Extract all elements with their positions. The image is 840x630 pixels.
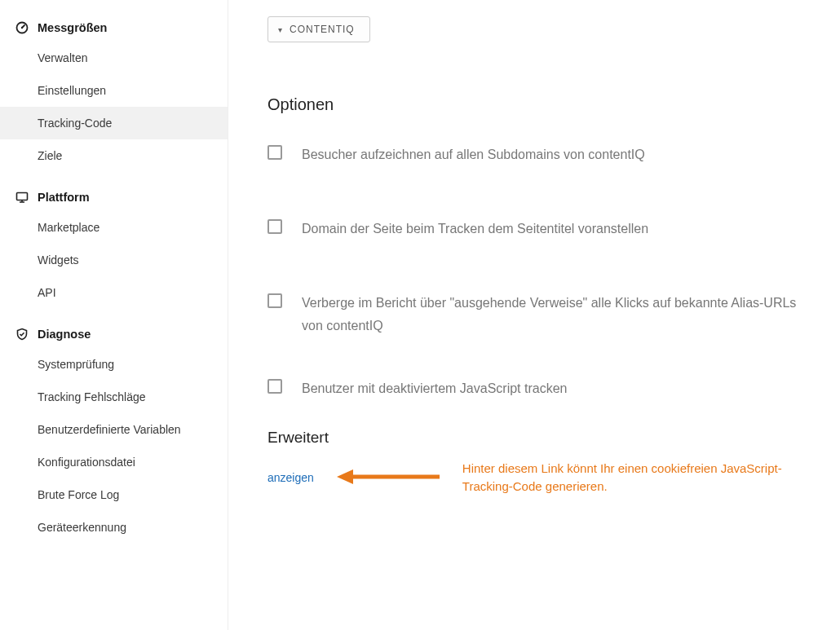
site-selector-dropdown[interactable]: ▾ CONTENTIQ	[267, 16, 370, 42]
sidebar-item-einstellungen[interactable]: Einstellungen	[0, 74, 228, 107]
svg-point-1	[21, 27, 23, 29]
option-label: Domain der Seite beim Tracken dem Seiten…	[302, 218, 648, 240]
main-content: ▾ CONTENTIQ Optionen Besucher aufzeichne…	[228, 0, 840, 630]
site-selector-label: CONTENTIQ	[290, 24, 355, 35]
advanced-row: anzeigen Hinter diesem Link könnt Ihr ei…	[267, 460, 816, 496]
options-heading: Optionen	[267, 95, 816, 114]
sidebar-item-widgets[interactable]: Widgets	[0, 244, 228, 276]
sidebar-section-diagnose: Diagnose Systemprüfung Tracking Fehlschl…	[0, 319, 228, 544]
sidebar-item-benutzerdefinierte-variablen[interactable]: Benutzerdefinierte Variablen	[0, 413, 228, 446]
option-hide-alias-clicks: Verberge im Bericht über "ausgehende Ver…	[267, 292, 816, 336]
advanced-section: Erweitert anzeigen Hinter diesem Link kö…	[267, 429, 816, 496]
sidebar-item-konfigurationsdatei[interactable]: Konfigurationsdatei	[0, 446, 228, 478]
option-track-subdomains: Besucher aufzeichnen auf allen Subdomain…	[267, 143, 816, 165]
sidebar-header-messgroessen[interactable]: Messgrößen	[0, 12, 228, 42]
sidebar: Messgrößen Verwalten Einstellungen Track…	[0, 0, 228, 630]
checkbox-track-no-js[interactable]	[267, 379, 282, 394]
sidebar-item-systempruefung[interactable]: Systemprüfung	[0, 348, 228, 381]
checkbox-prepend-domain[interactable]	[267, 219, 282, 234]
sidebar-item-geraeteerkennung[interactable]: Geräteerkennung	[0, 511, 228, 544]
advanced-heading: Erweitert	[267, 429, 816, 447]
sidebar-item-ziele[interactable]: Ziele	[0, 139, 228, 172]
sidebar-item-api[interactable]: API	[0, 276, 228, 309]
caret-down-icon: ▾	[278, 25, 283, 34]
sidebar-header-plattform[interactable]: Plattform	[0, 182, 228, 211]
checkbox-hide-alias-clicks[interactable]	[267, 293, 282, 308]
option-label: Benutzer mit deaktiviertem JavaScript tr…	[302, 377, 567, 399]
sidebar-section-messgroessen: Messgrößen Verwalten Einstellungen Track…	[0, 12, 228, 172]
sidebar-item-tracking-fehlschlaege[interactable]: Tracking Fehlschläge	[0, 381, 228, 413]
option-prepend-domain: Domain der Seite beim Tracken dem Seiten…	[267, 218, 816, 240]
monitor-icon	[15, 190, 29, 205]
sidebar-section-title: Plattform	[38, 191, 90, 204]
checkbox-track-subdomains[interactable]	[267, 145, 282, 160]
sidebar-item-verwalten[interactable]: Verwalten	[0, 42, 228, 74]
sidebar-item-brute-force-log[interactable]: Brute Force Log	[0, 478, 228, 511]
annotation-text: Hinter diesem Link könnt Ihr einen cooki…	[462, 460, 789, 496]
sidebar-header-diagnose[interactable]: Diagnose	[0, 319, 228, 348]
option-track-no-js: Benutzer mit deaktiviertem JavaScript tr…	[267, 377, 816, 399]
show-advanced-link[interactable]: anzeigen	[267, 471, 314, 484]
sidebar-section-plattform: Plattform Marketplace Widgets API	[0, 182, 228, 309]
option-label: Verberge im Bericht über "ausgehende Ver…	[302, 292, 816, 336]
sidebar-item-tracking-code[interactable]: Tracking-Code	[0, 107, 228, 139]
option-label: Besucher aufzeichnen auf allen Subdomain…	[302, 143, 645, 165]
shield-icon	[15, 327, 29, 341]
sidebar-item-marketplace[interactable]: Marketplace	[0, 211, 228, 244]
gauge-icon	[15, 20, 29, 35]
sidebar-section-title: Messgrößen	[38, 21, 107, 34]
svg-rect-2	[17, 193, 28, 200]
arrow-left-icon	[335, 467, 441, 489]
sidebar-section-title: Diagnose	[38, 328, 91, 341]
svg-marker-4	[337, 469, 353, 484]
